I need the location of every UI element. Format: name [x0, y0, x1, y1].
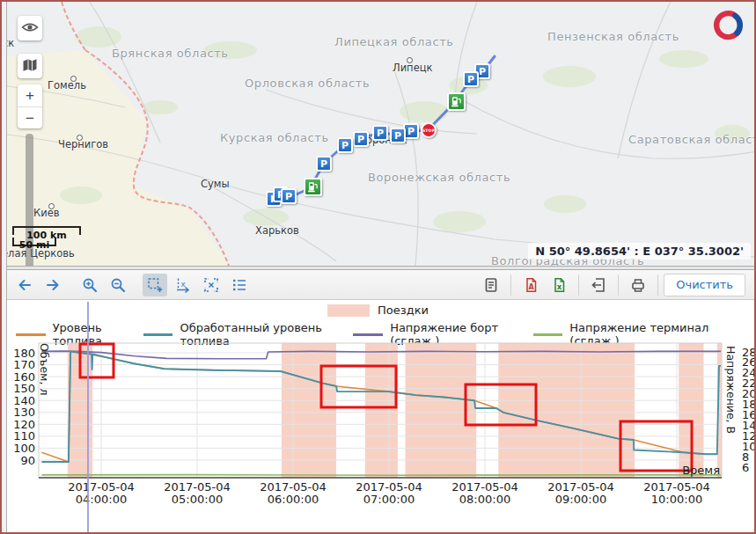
city-label: Сумы [201, 178, 230, 190]
parking-marker[interactable]: P [353, 131, 369, 147]
trip-band [365, 343, 398, 478]
city-dot [407, 57, 413, 63]
fit-x-axis-button[interactable]: x [171, 274, 195, 296]
chart-cursor-line[interactable] [87, 302, 89, 532]
parking-marker[interactable]: P [372, 125, 388, 141]
fit-all-icon [202, 276, 220, 294]
x-tick: 2017-05-0410:00:00 [643, 480, 710, 506]
map-zoom-control: + − [18, 84, 42, 128]
map-scale: 100 km 50 mi [12, 226, 81, 246]
fit-all-button[interactable] [199, 274, 224, 296]
parking-marker[interactable]: P [337, 137, 353, 153]
map-icon [20, 55, 40, 77]
zoom-in-button[interactable] [77, 274, 102, 296]
parking-marker[interactable]: P [281, 188, 297, 204]
y-left-axis-title: Объем, л [38, 343, 51, 395]
zoom-in-icon [81, 276, 99, 294]
parking-marker[interactable]: P [316, 156, 332, 172]
chart-plot[interactable]: 1801701601501401301201101009028262422201… [2, 340, 754, 534]
nav-forward-icon [44, 276, 62, 294]
legend-swatch [353, 333, 383, 336]
brand-logo-icon [710, 7, 747, 48]
export-file-icon [590, 276, 607, 294]
x-tick: 2017-05-0404:00:00 [68, 480, 135, 506]
fuel-pump-icon [307, 181, 319, 193]
svg-text:x: x [181, 279, 187, 288]
svg-text:A: A [529, 282, 535, 290]
fuel-pump-icon [451, 96, 462, 107]
region-label: Воронежская область [368, 171, 510, 184]
y-left-tick: 90 [20, 454, 35, 467]
zoom-out-icon [109, 276, 127, 294]
x-tick: 2017-05-0407:00:00 [356, 480, 422, 506]
zoom-out-button[interactable] [106, 274, 130, 296]
city-label: Киев [33, 207, 60, 219]
legend-swatch [16, 333, 46, 336]
city-label: Чернигов [58, 138, 108, 150]
legend-trips: Поездки [2, 304, 754, 317]
print-icon [629, 276, 647, 294]
region-label: Липецкая область [334, 35, 454, 48]
report-button[interactable] [479, 274, 503, 296]
series-voltage_terminal [41, 475, 721, 476]
nav-back-button[interactable] [12, 274, 37, 296]
map-canvas[interactable]: Брянская областьЛипецкая областьПензенск… [2, 2, 754, 266]
x-tick: 2017-05-0408:00:00 [451, 480, 518, 506]
legend-list-button[interactable] [227, 274, 252, 296]
fuel-marker[interactable] [304, 178, 322, 196]
region-label: Орловская область [245, 77, 370, 90]
trip-band [498, 343, 635, 478]
region-label: Саратовская область [628, 133, 754, 146]
zoom-box-select-icon [146, 276, 164, 294]
export-excel-icon: x [550, 276, 568, 294]
y-right-tick: 6 [742, 461, 749, 474]
export-pdf-button[interactable]: A [518, 274, 543, 296]
export-pdf-icon: A [522, 276, 539, 294]
parking-marker[interactable]: P [463, 71, 479, 87]
legend-list-icon [231, 276, 248, 294]
clear-button[interactable]: Очистить [664, 274, 745, 296]
export-file-button[interactable] [586, 274, 611, 296]
city-label: Липецк [393, 62, 433, 74]
chart-toolbar: x Ax Очистить [2, 270, 754, 300]
fit-x-axis-icon: x [174, 276, 192, 294]
eye-icon [20, 18, 40, 40]
region-label: Брянская область [112, 47, 229, 60]
map-zoom-in-button[interactable]: + [18, 84, 42, 106]
y-right-axis-title: Напряжение, В [724, 346, 738, 434]
x-tick: 2017-05-0406:00:00 [260, 480, 327, 506]
visibility-button[interactable] [18, 16, 42, 40]
trip-band [282, 343, 336, 478]
left-panel-strip[interactable] [2, 2, 7, 532]
stop-marker[interactable]: STOP [421, 122, 437, 138]
map-layers-button[interactable] [18, 54, 42, 78]
parking-marker[interactable]: P [390, 128, 406, 143]
chart-panel: Поездки Уровень топлива Обработанный уро… [2, 300, 754, 534]
x-tick: 2017-05-0405:00:00 [164, 480, 231, 506]
legend-swatch [143, 333, 173, 336]
export-excel-button[interactable]: x [547, 274, 571, 296]
x-axis-title: Время [682, 464, 720, 477]
city-dot [48, 203, 55, 209]
cursor-coordinates: N 50° 49.8654' : E 037° 35.3002' [528, 243, 751, 260]
app-window: Брянская областьЛипецкая областьПензенск… [0, 0, 756, 534]
nav-back-icon [16, 276, 33, 294]
trips-swatch [327, 304, 370, 317]
print-button[interactable] [626, 274, 650, 296]
city-dot [70, 76, 77, 82]
legend-swatch [533, 333, 563, 336]
map-zoom-out-button[interactable]: − [18, 106, 42, 128]
trips-label: Поездки [378, 304, 429, 317]
city-label: Харьков [255, 224, 299, 237]
report-icon [482, 276, 500, 294]
nav-forward-button[interactable] [40, 274, 65, 296]
x-tick: 2017-05-0409:00:00 [547, 480, 614, 506]
scale-km: 100 km [12, 226, 81, 235]
zoom-box-select-button[interactable] [143, 274, 167, 296]
city-label: Гомель [48, 79, 86, 91]
fuel-marker[interactable] [447, 92, 466, 111]
region-label: Курская область [220, 131, 329, 144]
city-dot [77, 135, 83, 141]
svg-text:x: x [557, 282, 562, 290]
region-label: Пензенская область [547, 30, 679, 43]
